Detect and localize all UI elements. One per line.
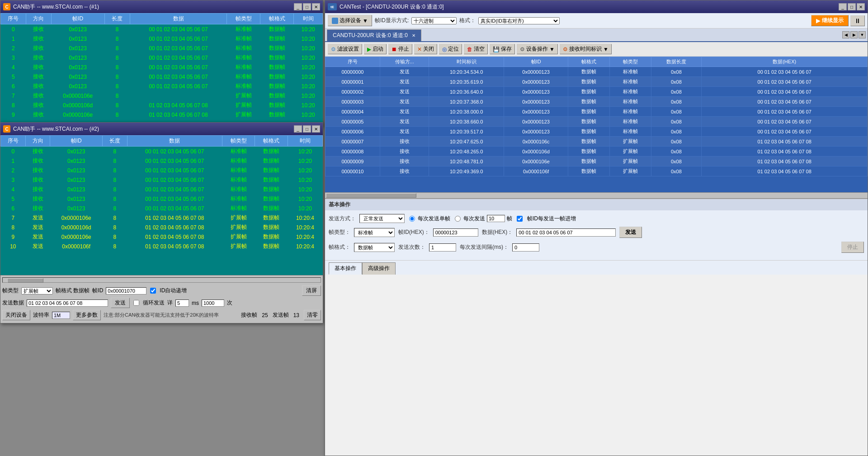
more-params-btn[interactable]: 更多参数: [73, 310, 101, 320]
frame-type-ops-select[interactable]: 标准帧 扩展帧: [354, 228, 395, 237]
interval-input[interactable]: [512, 243, 539, 252]
recv-time-btn[interactable]: ⚙ 接收时间标识 ▼: [560, 44, 612, 54]
frame-type-select[interactable]: 扩展帧 标准帧: [21, 287, 53, 294]
pause-btn[interactable]: ⏸: [850, 15, 865, 26]
can-window-1: C CAN助手 -- www.STCAI.com -- (#1) _ □ ✕ 序…: [0, 0, 323, 127]
table-row: 8发送0x0000106d801 02 03 04 05 06 07 08扩展帧…: [1, 223, 323, 232]
table-row: 7接收0x0000106e8扩展帧数据帧10:20: [1, 91, 323, 100]
loop-send-checkbox[interactable]: [133, 300, 139, 306]
detail-input[interactable]: [175, 299, 189, 307]
data-table-area: 序号 传输方... 时间标识 帧ID 帧格式 帧类型 数据长度 数据(HEX) …: [325, 57, 868, 192]
clear-toolbar-btn[interactable]: 🗑 清空: [464, 44, 488, 54]
ms-label: ms: [192, 300, 199, 306]
close-btn-2[interactable]: ✕: [312, 125, 320, 133]
table-row: 8接收0x0000106d801 02 03 04 05 06 07 08扩展帧…: [1, 100, 323, 110]
recv-count: 25: [262, 312, 268, 318]
cantest-maximize[interactable]: □: [848, 3, 856, 10]
tab-menu-btn[interactable]: ▼: [859, 31, 866, 38]
frame-id-input[interactable]: [106, 287, 146, 294]
col-seq-1: 序号: [1, 14, 26, 24]
filter-settings-btn[interactable]: ⚙ 滤波设置: [328, 44, 362, 54]
col-dir-1: 方向: [26, 14, 51, 24]
ops-send-btn[interactable]: 发送: [619, 227, 642, 238]
baud-input[interactable]: [52, 312, 70, 319]
col-len-1: 长度: [104, 14, 130, 24]
select-device-btn[interactable]: 选择设备 ▼: [328, 15, 372, 26]
send-btn-2[interactable]: 发送: [111, 298, 130, 308]
frame-fmt-label: 帧格式 数据帧: [56, 287, 90, 294]
radio-single-frame[interactable]: [409, 216, 415, 222]
save-btn[interactable]: 💾 保存: [490, 44, 515, 54]
can-window-2: C CAN助手 -- www.STCAI.com -- (#2) _ □ ✕ 序…: [0, 122, 323, 323]
frame-id-ops-label: 帧ID(HEX)：: [398, 228, 429, 236]
table-row: 00000002发送10:20:36.640.00x00000123数据帧标准帧…: [326, 87, 868, 97]
send-count-label: 发送帧: [273, 311, 289, 319]
scrollbar-thumb[interactable]: [326, 193, 416, 198]
cantest-data-table: 序号 传输方... 时间标识 帧ID 帧格式 帧类型 数据长度 数据(HEX) …: [325, 57, 868, 176]
id-auto-checkbox[interactable]: [150, 288, 156, 294]
table-row: 5接收0x0123800 01 02 03 04 05 06 07标准帧数据帧1…: [1, 72, 323, 81]
table-row: 5接收0x0123800 01 02 03 04 05 06 07标准帧数据帧1…: [1, 194, 323, 204]
format-select[interactable]: 真实ID(ID靠右对齐): [478, 17, 560, 24]
col-frametype-1: 帧类型: [227, 14, 260, 24]
recv-time-arrow: ▼: [603, 46, 609, 52]
maximize-btn-1[interactable]: □: [303, 3, 311, 10]
data-hex-ops-input[interactable]: [516, 228, 616, 237]
close-device-btn[interactable]: 关闭设备: [2, 310, 30, 320]
ops-stop-label: 停止: [847, 244, 858, 250]
tab-next-btn[interactable]: ▶: [850, 31, 858, 38]
tab-prev-btn[interactable]: ◀: [842, 31, 849, 38]
locate-btn[interactable]: ◎ 定位: [439, 44, 462, 54]
main-tab[interactable]: CANDTU-200UR 设备:0 通道:0 ✕: [327, 29, 421, 41]
close-toolbar-btn[interactable]: ✕ 关闭: [414, 44, 437, 54]
col-len-2: 长度: [102, 136, 127, 147]
table-row: 00000009接收10:20:48.781.00x0000106e数据帧扩展帧…: [326, 157, 868, 166]
minimize-btn-2[interactable]: _: [294, 125, 302, 133]
recv-time-icon: ⚙: [563, 46, 568, 52]
table-row: 7发送0x0000106e801 02 03 04 05 06 07 08扩展帧…: [1, 213, 323, 223]
detail-label: 详: [167, 299, 173, 307]
stop-toolbar-btn[interactable]: ⏹ 停止: [388, 44, 412, 54]
minimize-btn-1[interactable]: _: [294, 3, 302, 10]
tab-bar: CANDTU-200UR 设备:0 通道:0 ✕ ◀ ▶ ▼: [325, 28, 868, 42]
ms-input[interactable]: [202, 299, 224, 307]
ops-stop-btn[interactable]: 停止: [841, 242, 864, 253]
table-row: 4接收0x0123800 01 02 03 04 05 06 07标准帧数据帧1…: [1, 62, 323, 72]
clear-count-btn[interactable]: 清零: [304, 310, 321, 320]
frame-display-select[interactable]: 十六进制 十进制: [411, 17, 457, 24]
col-frameid-2: 帧ID: [50, 136, 103, 147]
send-data-input[interactable]: [27, 299, 108, 307]
tab-close-icon[interactable]: ✕: [412, 33, 415, 38]
frame-id-label: 帧ID: [92, 287, 103, 294]
stop-label: 停止: [398, 45, 409, 53]
cantest-toolbar: ⚙ 滤波设置 ▶ 启动 ⏹ 停止 ✕ 关闭 ◎ 定位 🗑 清空 💾 保存 ⚙: [325, 42, 868, 57]
advanced-ops-tab[interactable]: 高级操作: [362, 262, 396, 275]
data-hex-ops-label: 数据(HEX)：: [482, 228, 513, 236]
frame-id-increment-checkbox[interactable]: [517, 216, 523, 222]
baud-label: 波特率: [33, 311, 49, 319]
continue-display-btn[interactable]: ▶ 继续显示: [811, 15, 849, 26]
table-row: 00000008接收10:20:48.265.00x0000106d数据帧扩展帧…: [326, 147, 868, 157]
h-scrollbar[interactable]: [325, 192, 868, 199]
basic-ops-tab[interactable]: 基本操作: [329, 262, 362, 275]
close-btn-1[interactable]: ✕: [312, 3, 320, 10]
clear-screen-btn[interactable]: 清屏: [302, 285, 321, 296]
table-row: 3接收0x0123800 01 02 03 04 05 06 07标准帧数据帧1…: [1, 175, 323, 185]
device-ops-btn[interactable]: ⚙ 设备操作 ▼: [517, 44, 558, 54]
frame-fmt-ops-select[interactable]: 数据帧 远程帧: [354, 243, 395, 252]
cantest-close[interactable]: ✕: [857, 3, 865, 10]
frames-count-input[interactable]: [487, 215, 505, 222]
send-count-ops-input[interactable]: [429, 243, 456, 252]
radio-multi-frame[interactable]: [455, 216, 461, 222]
save-label: 保存: [501, 45, 512, 53]
send-mode-select[interactable]: 正常发送: [359, 214, 405, 223]
frame-type-ops-label: 帧类型：: [329, 228, 350, 236]
table-row: 00000006发送10:20:39.517.00x00000123数据帧标准帧…: [326, 127, 868, 137]
table-row: 0接收0x0123800 01 02 03 04 05 06 07标准帧数据帧1…: [1, 147, 323, 157]
cantest-minimize[interactable]: _: [839, 3, 847, 10]
table-row: 00000000发送10:20:34.534.00x00000123数据帧标准帧…: [326, 67, 868, 77]
maximize-btn-2[interactable]: □: [303, 125, 311, 133]
start-btn[interactable]: ▶ 启动: [364, 44, 387, 54]
frame-id-ops-input[interactable]: [433, 228, 478, 237]
th-frametype: 帧类型: [609, 57, 651, 67]
